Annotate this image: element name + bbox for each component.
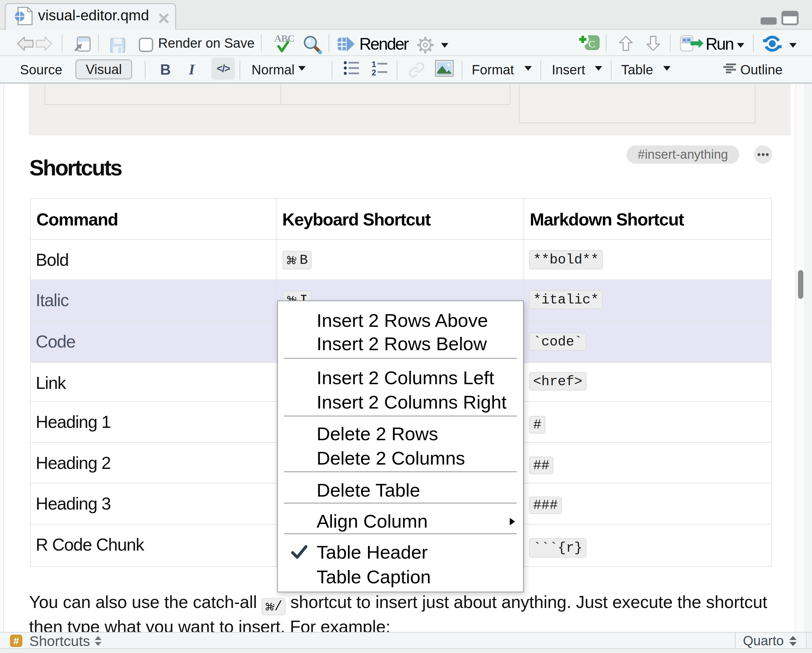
svg-text:ABC: ABC: [274, 34, 294, 44]
svg-text:1: 1: [372, 60, 376, 69]
svg-text:2: 2: [372, 68, 376, 76]
svg-text:C: C: [589, 38, 595, 49]
